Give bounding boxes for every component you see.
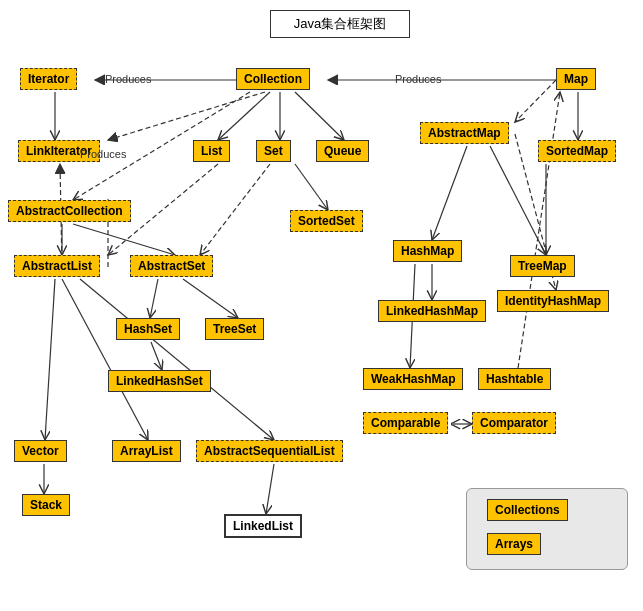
abstractsequentiallist-node: AbstractSequentialList — [196, 440, 343, 462]
svg-line-14 — [200, 164, 270, 255]
abstractcollection-node: AbstractCollection — [8, 200, 131, 222]
hashtable-node: Hashtable — [478, 368, 551, 390]
identityhashmap-node: IdentityHashMap — [497, 290, 609, 312]
svg-line-22 — [266, 464, 274, 514]
svg-line-28 — [518, 92, 560, 368]
produces-label-2: Produces — [395, 73, 441, 85]
produces-label-3: Produces — [80, 148, 126, 160]
vector-node: Vector — [14, 440, 67, 462]
svg-line-8 — [490, 146, 546, 255]
svg-line-25 — [151, 342, 162, 370]
svg-line-24 — [183, 279, 238, 318]
linkedhashmap-node: LinkedHashMap — [378, 300, 486, 322]
svg-line-15 — [295, 164, 328, 210]
svg-line-23 — [150, 279, 158, 318]
map-node: Map — [556, 68, 596, 90]
treemap-node: TreeMap — [510, 255, 575, 277]
set-node: Set — [256, 140, 291, 162]
svg-line-20 — [80, 279, 274, 440]
hashmap-node: HashMap — [393, 240, 462, 262]
svg-line-12 — [73, 224, 175, 255]
svg-line-19 — [45, 279, 55, 440]
diagram-container: Comparator double arrow --> Java集合框架图 It… — [0, 0, 643, 611]
legend-box: Collections Arrays — [466, 488, 628, 570]
svg-line-7 — [432, 146, 467, 240]
linkedlist-node: LinkedList — [224, 514, 302, 538]
svg-line-5 — [515, 80, 556, 122]
list-node: List — [193, 140, 230, 162]
arraylist-node: ArrayList — [112, 440, 181, 462]
collection-node: Collection — [236, 68, 310, 90]
queue-node: Queue — [316, 140, 369, 162]
hashset-node: HashSet — [116, 318, 180, 340]
svg-line-2 — [218, 92, 270, 140]
comparator-node: Comparator — [472, 412, 556, 434]
title-node: Java集合框架图 — [270, 10, 410, 38]
abstractset-node: AbstractSet — [130, 255, 213, 277]
iterator-node: Iterator — [20, 68, 77, 90]
arrays-node: Arrays — [487, 533, 541, 555]
sortedset-node: SortedSet — [290, 210, 363, 232]
abstractlist-node: AbstractList — [14, 255, 100, 277]
sortedmap-node: SortedMap — [538, 140, 616, 162]
comparable-node: Comparable — [363, 412, 448, 434]
stack-node: Stack — [22, 494, 70, 516]
svg-line-18 — [62, 279, 148, 440]
weakhashmap-node: WeakHashMap — [363, 368, 463, 390]
abstractmap-node: AbstractMap — [420, 122, 509, 144]
treeset-node: TreeSet — [205, 318, 264, 340]
linkedhashset-node: LinkedHashSet — [108, 370, 211, 392]
produces-label-1: Produces — [105, 73, 151, 85]
svg-line-31 — [108, 92, 265, 140]
collections-node: Collections — [487, 499, 568, 521]
svg-line-4 — [295, 92, 344, 140]
